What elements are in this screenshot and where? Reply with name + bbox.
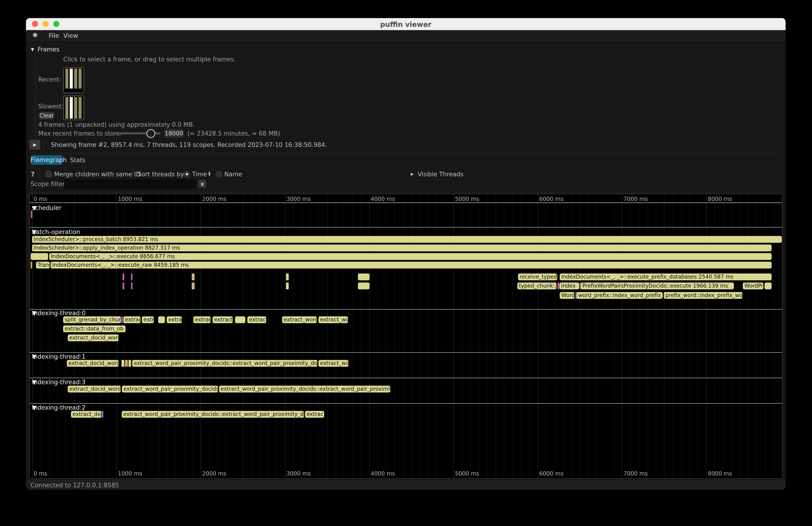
flame-bar[interactable] [131, 282, 133, 289]
scope-filter-clear-button[interactable]: x [198, 180, 206, 188]
tab-stats[interactable]: Stats [70, 157, 85, 164]
flame-bar[interactable]: split_grenad_by_chun [63, 316, 121, 323]
flame-bar[interactable]: IndexScheduler>::process_batch 8953.821 … [32, 236, 782, 243]
visible-threads-label[interactable]: Visible Threads [418, 171, 463, 178]
flame-bar[interactable]: extrac [166, 316, 182, 323]
flame-bar[interactable]: IndexDocuments<_, _>::execute 8656.677 m… [49, 253, 772, 260]
recent-frames-thumbnail[interactable] [63, 67, 84, 93]
flame-bar[interactable]: extract [123, 316, 141, 323]
flame-bar[interactable]: extract_word_pair_proximity_docids::extr… [132, 360, 318, 367]
axis-tick-label: 2000 ms [202, 470, 227, 477]
flame-bar[interactable]: extract_word_pair_proximity_docids::extr… [122, 411, 304, 418]
flame-bar[interactable] [765, 282, 772, 289]
flame-bar[interactable] [235, 316, 245, 323]
flame-bar[interactable]: extract_ [193, 316, 211, 323]
visible-threads-collapse-icon[interactable]: ▶ [411, 172, 414, 176]
sort-name-label[interactable]: Name [224, 171, 242, 178]
flame-bar[interactable]: IndexDocuments<_, _>::execute_prefix_dat… [560, 274, 772, 280]
flame-bar[interactable] [31, 210, 32, 218]
flame-bar[interactable] [358, 282, 369, 289]
flame-bar[interactable] [129, 360, 131, 367]
flame-bar[interactable] [131, 274, 133, 280]
menu-file[interactable]: File [49, 32, 59, 39]
frames-collapse-icon[interactable]: ▼ [31, 47, 34, 52]
flame-bar[interactable]: PrefixWordPairsProximityDocids::execute … [581, 282, 734, 289]
flame-bar[interactable] [127, 360, 128, 367]
flame-bar[interactable]: extract_word_pair_proximity_docids [122, 385, 218, 393]
flame-bar[interactable]: index [560, 282, 579, 289]
thumbnail-bar [74, 69, 77, 88]
thread-header[interactable]: ▼ scheduler [32, 204, 61, 211]
flame-bar[interactable]: Trans [36, 262, 50, 268]
menu-view[interactable]: View [63, 32, 78, 39]
max-frames-value[interactable]: 18000 [164, 129, 184, 138]
flame-bar[interactable]: word_prefix::index_word_prefix_ [577, 292, 663, 299]
help-button[interactable]: ? [31, 171, 34, 178]
flame-bar[interactable]: extract_docid_word [68, 334, 119, 341]
flame-bar[interactable]: receive_typed_ [518, 274, 557, 280]
flame-bar[interactable] [31, 253, 48, 260]
thread-header[interactable]: ▼ indexing-thread:2 [32, 404, 86, 411]
flame-bar[interactable]: extract [247, 316, 266, 323]
flame-bar[interactable]: extract_docid_word [68, 385, 121, 393]
sort-time-label[interactable]: Time [192, 171, 207, 178]
flame-bar[interactable]: extra [142, 316, 154, 323]
flame-bar[interactable]: extract_docid_word [67, 360, 119, 367]
flamegraph-panel[interactable]: 0 ms0 ms1000 ms1000 ms2000 ms2000 ms3000… [29, 194, 783, 479]
thread-header[interactable]: ▼ indexing-thread:3 [32, 379, 86, 385]
thread-header[interactable]: ▼ indexing-thread:1 [32, 353, 86, 360]
thread-name: batch-operation [32, 229, 80, 235]
flame-bar[interactable]: extract::data_from_ob [63, 325, 126, 332]
flame-bar[interactable] [31, 262, 32, 268]
flame-bar[interactable] [121, 316, 123, 323]
axis-tick-label: 7000 ms [623, 470, 648, 477]
frames-header[interactable]: Frames [38, 46, 60, 53]
collapse-triangle-icon: ▼ [32, 310, 37, 317]
flame-bar[interactable]: IndexDocuments<_, _>::execute_raw 8459.1… [50, 262, 772, 268]
flame-bar[interactable]: IndexScheduler>::apply_index_operation 8… [32, 245, 772, 251]
flame-bar[interactable]: Word [560, 292, 575, 299]
connection-status: Connected to 127.0.0.1:8585 [31, 482, 119, 489]
flame-bar[interactable] [122, 282, 124, 289]
flame-bar[interactable] [102, 411, 103, 418]
sort-direction-arrow-icon[interactable]: ⬇ [207, 171, 212, 177]
slowest-frames-thumbnail[interactable] [63, 96, 84, 120]
flame-bar[interactable] [286, 282, 289, 289]
sort-time-radio[interactable] [184, 171, 190, 177]
flame-bar[interactable] [358, 274, 369, 280]
flame-bar[interactable]: extract_word [282, 316, 317, 323]
flame-bar[interactable] [158, 316, 165, 323]
flame-bar[interactable] [192, 274, 195, 280]
flame-bar[interactable]: extract_word_pair_proximity_docids::extr… [219, 385, 390, 393]
flame-bar[interactable] [286, 274, 289, 280]
flame-bar[interactable] [125, 360, 127, 367]
thread-header[interactable]: ▼ indexing-thread:0 [32, 310, 86, 317]
flame-bar[interactable]: prefix_word::index_prefix_wo [664, 292, 742, 299]
app-flower-icon[interactable]: ❋ [32, 31, 38, 39]
play-button[interactable]: ▶ [29, 140, 40, 150]
sort-name-radio[interactable] [216, 171, 222, 177]
tab-flamegraph[interactable]: Flamegraph [31, 155, 62, 165]
flame-bar[interactable] [122, 274, 124, 280]
thread-name: indexing-thread:3 [32, 379, 86, 385]
scope-filter-input[interactable] [64, 179, 195, 189]
flame-bar[interactable]: extract_ [213, 316, 233, 323]
flame-bar[interactable]: WordPr [743, 282, 764, 289]
frames-summary: 4 frames (1 unpacked) using approximatel… [38, 121, 195, 128]
flame-bar[interactable] [121, 360, 125, 367]
thumbnail-bar [78, 69, 82, 88]
flame-bar[interactable]: extract_wo [318, 316, 348, 323]
flame-bar[interactable]: extrac [305, 411, 324, 418]
frame-info-divider [44, 139, 44, 151]
thread-header[interactable]: ▼ batch-operation [32, 229, 80, 235]
flame-bar[interactable]: extract_wo [318, 360, 349, 367]
flame-bar[interactable]: extract_doc [71, 411, 102, 418]
flame-bar[interactable]: typed_chunk::w [517, 282, 556, 289]
merge-children-checkbox[interactable] [46, 171, 52, 177]
clear-button[interactable]: Clear [39, 112, 54, 119]
flame-bar[interactable] [557, 282, 559, 289]
status-bar: Connected to 127.0.0.1:8585 [26, 480, 786, 490]
flame-bar[interactable] [192, 282, 195, 289]
axis-tick-label: 7000 ms [623, 196, 648, 202]
max-frames-slider-knob[interactable] [146, 129, 155, 138]
